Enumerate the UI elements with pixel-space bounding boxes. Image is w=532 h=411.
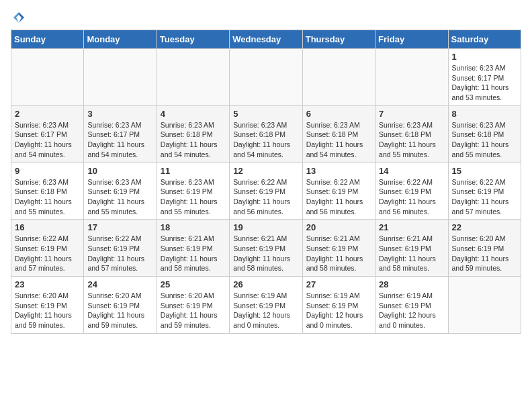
calendar-cell	[448, 277, 521, 334]
day-info: Sunrise: 6:23 AM Sunset: 6:18 PM Dayligh…	[306, 120, 371, 160]
calendar-table: SundayMondayTuesdayWednesdayThursdayFrid…	[11, 30, 521, 334]
day-number: 5	[233, 109, 298, 119]
day-info: Sunrise: 6:23 AM Sunset: 6:17 PM Dayligh…	[87, 120, 152, 160]
logo-icon	[12, 11, 26, 24]
day-info: Sunrise: 6:23 AM Sunset: 6:17 PM Dayligh…	[15, 120, 80, 160]
day-info: Sunrise: 6:19 AM Sunset: 6:19 PM Dayligh…	[233, 291, 298, 330]
day-number: 20	[306, 222, 371, 232]
calendar-week-1: 1Sunrise: 6:23 AM Sunset: 6:17 PM Daylig…	[11, 49, 521, 106]
day-number: 9	[15, 166, 80, 176]
day-number: 17	[87, 222, 152, 232]
calendar-cell	[157, 49, 229, 106]
day-number: 16	[15, 222, 80, 232]
day-info: Sunrise: 6:23 AM Sunset: 6:17 PM Dayligh…	[452, 63, 517, 103]
calendar-cell	[375, 49, 448, 106]
day-info: Sunrise: 6:22 AM Sunset: 6:19 PM Dayligh…	[233, 177, 298, 217]
calendar-header-friday: Friday	[375, 30, 448, 49]
calendar-week-3: 9Sunrise: 6:23 AM Sunset: 6:18 PM Daylig…	[11, 163, 521, 220]
day-info: Sunrise: 6:23 AM Sunset: 6:18 PM Dayligh…	[15, 177, 80, 217]
day-info: Sunrise: 6:23 AM Sunset: 6:18 PM Dayligh…	[233, 120, 298, 160]
calendar-cell: 15Sunrise: 6:22 AM Sunset: 6:19 PM Dayli…	[448, 163, 521, 220]
day-number: 4	[161, 109, 226, 119]
calendar-week-4: 16Sunrise: 6:22 AM Sunset: 6:19 PM Dayli…	[11, 220, 521, 277]
day-number: 23	[15, 279, 80, 289]
calendar-cell: 9Sunrise: 6:23 AM Sunset: 6:18 PM Daylig…	[11, 163, 84, 220]
day-number: 10	[87, 166, 152, 176]
day-number: 26	[233, 279, 298, 289]
calendar-cell	[84, 49, 157, 106]
day-info: Sunrise: 6:23 AM Sunset: 6:19 PM Dayligh…	[87, 177, 152, 217]
calendar-cell: 25Sunrise: 6:20 AM Sunset: 6:19 PM Dayli…	[157, 277, 229, 334]
calendar-header-saturday: Saturday	[448, 30, 521, 49]
day-info: Sunrise: 6:20 AM Sunset: 6:19 PM Dayligh…	[15, 291, 80, 330]
day-number: 1	[452, 52, 517, 62]
day-info: Sunrise: 6:21 AM Sunset: 6:19 PM Dayligh…	[233, 234, 298, 273]
calendar-cell: 19Sunrise: 6:21 AM Sunset: 6:19 PM Dayli…	[230, 220, 302, 277]
calendar-cell: 27Sunrise: 6:19 AM Sunset: 6:19 PM Dayli…	[302, 277, 375, 334]
day-number: 22	[452, 222, 517, 232]
day-number: 25	[161, 279, 226, 289]
calendar-cell	[230, 49, 302, 106]
day-number: 3	[87, 109, 152, 119]
calendar-cell: 10Sunrise: 6:23 AM Sunset: 6:19 PM Dayli…	[84, 163, 157, 220]
calendar-cell: 3Sunrise: 6:23 AM Sunset: 6:17 PM Daylig…	[84, 105, 157, 163]
day-info: Sunrise: 6:22 AM Sunset: 6:19 PM Dayligh…	[452, 177, 517, 217]
calendar-cell: 24Sunrise: 6:20 AM Sunset: 6:19 PM Dayli…	[84, 277, 157, 334]
day-number: 7	[379, 109, 444, 119]
day-number: 19	[233, 222, 298, 232]
day-info: Sunrise: 6:21 AM Sunset: 6:19 PM Dayligh…	[306, 234, 371, 273]
day-info: Sunrise: 6:20 AM Sunset: 6:19 PM Dayligh…	[161, 291, 226, 330]
calendar-cell: 17Sunrise: 6:22 AM Sunset: 6:19 PM Dayli…	[84, 220, 157, 277]
calendar-header-thursday: Thursday	[302, 30, 375, 49]
logo	[11, 11, 26, 24]
calendar-cell: 1Sunrise: 6:23 AM Sunset: 6:17 PM Daylig…	[448, 49, 521, 106]
calendar-week-5: 23Sunrise: 6:20 AM Sunset: 6:19 PM Dayli…	[11, 277, 521, 334]
calendar-header-sunday: Sunday	[11, 30, 84, 49]
day-number: 13	[306, 166, 371, 176]
day-info: Sunrise: 6:23 AM Sunset: 6:18 PM Dayligh…	[379, 120, 444, 160]
day-number: 15	[452, 166, 517, 176]
svg-marker-1	[13, 12, 19, 23]
calendar-cell	[302, 49, 375, 106]
calendar-cell: 13Sunrise: 6:22 AM Sunset: 6:19 PM Dayli…	[302, 163, 375, 220]
day-info: Sunrise: 6:22 AM Sunset: 6:19 PM Dayligh…	[87, 234, 152, 273]
day-info: Sunrise: 6:20 AM Sunset: 6:19 PM Dayligh…	[452, 234, 517, 273]
day-number: 12	[233, 166, 298, 176]
day-info: Sunrise: 6:23 AM Sunset: 6:18 PM Dayligh…	[161, 120, 226, 160]
calendar-cell: 22Sunrise: 6:20 AM Sunset: 6:19 PM Dayli…	[448, 220, 521, 277]
day-info: Sunrise: 6:19 AM Sunset: 6:19 PM Dayligh…	[379, 291, 444, 330]
calendar-cell: 26Sunrise: 6:19 AM Sunset: 6:19 PM Dayli…	[230, 277, 302, 334]
calendar-cell	[11, 49, 84, 106]
calendar-week-2: 2Sunrise: 6:23 AM Sunset: 6:17 PM Daylig…	[11, 105, 521, 163]
day-info: Sunrise: 6:21 AM Sunset: 6:19 PM Dayligh…	[161, 234, 226, 273]
day-number: 6	[306, 109, 371, 119]
day-number: 21	[379, 222, 444, 232]
day-number: 18	[161, 222, 226, 232]
calendar-cell: 18Sunrise: 6:21 AM Sunset: 6:19 PM Dayli…	[157, 220, 229, 277]
calendar-cell: 28Sunrise: 6:19 AM Sunset: 6:19 PM Dayli…	[375, 277, 448, 334]
calendar-header-monday: Monday	[84, 30, 157, 49]
calendar-cell: 6Sunrise: 6:23 AM Sunset: 6:18 PM Daylig…	[302, 105, 375, 163]
calendar-cell: 5Sunrise: 6:23 AM Sunset: 6:18 PM Daylig…	[230, 105, 302, 163]
calendar-cell: 7Sunrise: 6:23 AM Sunset: 6:18 PM Daylig…	[375, 105, 448, 163]
calendar-cell: 11Sunrise: 6:23 AM Sunset: 6:19 PM Dayli…	[157, 163, 229, 220]
svg-marker-0	[19, 12, 24, 23]
day-number: 24	[87, 279, 152, 289]
calendar-cell: 2Sunrise: 6:23 AM Sunset: 6:17 PM Daylig…	[11, 105, 84, 163]
day-info: Sunrise: 6:22 AM Sunset: 6:19 PM Dayligh…	[306, 177, 371, 217]
day-info: Sunrise: 6:21 AM Sunset: 6:19 PM Dayligh…	[379, 234, 444, 273]
day-number: 11	[161, 166, 226, 176]
calendar-cell: 16Sunrise: 6:22 AM Sunset: 6:19 PM Dayli…	[11, 220, 84, 277]
calendar-cell: 21Sunrise: 6:21 AM Sunset: 6:19 PM Dayli…	[375, 220, 448, 277]
day-number: 27	[306, 279, 371, 289]
day-info: Sunrise: 6:20 AM Sunset: 6:19 PM Dayligh…	[87, 291, 152, 330]
calendar-cell: 23Sunrise: 6:20 AM Sunset: 6:19 PM Dayli…	[11, 277, 84, 334]
day-info: Sunrise: 6:19 AM Sunset: 6:19 PM Dayligh…	[306, 291, 371, 330]
day-number: 14	[379, 166, 444, 176]
day-info: Sunrise: 6:22 AM Sunset: 6:19 PM Dayligh…	[15, 234, 80, 273]
calendar-cell: 14Sunrise: 6:22 AM Sunset: 6:19 PM Dayli…	[375, 163, 448, 220]
day-number: 28	[379, 279, 444, 289]
calendar-cell: 4Sunrise: 6:23 AM Sunset: 6:18 PM Daylig…	[157, 105, 229, 163]
day-number: 8	[452, 109, 517, 119]
day-number: 2	[15, 109, 80, 119]
